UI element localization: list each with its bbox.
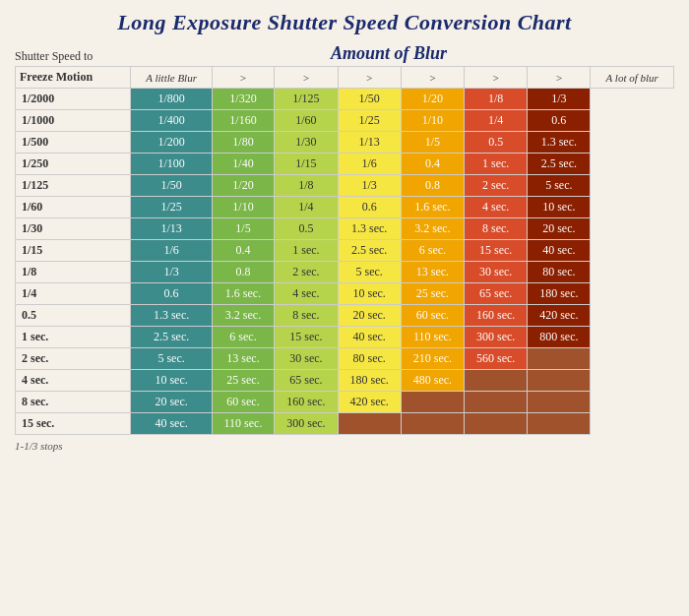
table-cell: 1.3 sec. (528, 132, 591, 154)
table-cell: 0.8 (212, 262, 275, 283)
table-cell: 1/15 (275, 154, 338, 175)
table-cell: 8 sec. (275, 305, 338, 327)
row-label: 1/1000 (16, 110, 131, 132)
table-cell: 25 sec. (401, 283, 464, 305)
table-cell: 1 sec. (275, 240, 338, 262)
table-cell: 20 sec. (338, 305, 401, 327)
table-cell: 4 sec. (465, 197, 528, 218)
table-cell: 420 sec. (528, 305, 591, 327)
table-cell: 20 sec. (528, 218, 591, 240)
table-cell: 1/4 (465, 110, 528, 132)
row-label: 4 sec. (16, 370, 131, 392)
table-cell: 0.4 (401, 154, 464, 175)
table-cell: 1/20 (212, 175, 275, 197)
table-row: 0.51.3 sec.3.2 sec.8 sec.20 sec.60 sec.1… (16, 305, 674, 327)
table-cell: 1/60 (275, 110, 338, 132)
table-cell: 40 sec. (338, 327, 401, 348)
table-cell (528, 392, 591, 413)
table-cell: 2.5 sec. (338, 240, 401, 262)
table-cell: 1.6 sec. (212, 283, 275, 305)
col-arrow-4: > (401, 67, 464, 89)
table-cell: 6 sec. (401, 240, 464, 262)
table-row: 1/151/60.41 sec.2.5 sec.6 sec.15 sec.40 … (16, 240, 674, 262)
table-cell (528, 348, 591, 370)
table-cell: 1/6 (338, 154, 401, 175)
table-cell: 15 sec. (465, 240, 528, 262)
table-cell: 1/125 (275, 89, 338, 110)
table-cell: 1/8 (275, 175, 338, 197)
table-row: 1/2501/1001/401/151/60.41 sec.2.5 sec. (16, 154, 674, 175)
table-row: 15 sec.40 sec.110 sec.300 sec. (16, 413, 674, 435)
table-cell: 0.5 (275, 218, 338, 240)
table-cell: 65 sec. (465, 283, 528, 305)
table-cell: 8 sec. (465, 218, 528, 240)
table-cell: 1/13 (131, 218, 212, 240)
table-cell: 60 sec. (401, 305, 464, 327)
table-cell: 1/25 (338, 110, 401, 132)
page-title: Long Exposure Shutter Speed Conversion C… (15, 10, 674, 35)
conversion-table: Freeze Motion A little Blur > > > > > > … (15, 66, 674, 435)
table-cell: 25 sec. (212, 370, 275, 392)
table-cell: 1/13 (338, 132, 401, 154)
table-cell: 800 sec. (528, 327, 591, 348)
table-cell: 110 sec. (212, 413, 275, 435)
table-cell: 1/5 (401, 132, 464, 154)
table-cell: 420 sec. (338, 392, 401, 413)
table-cell: 1.3 sec. (131, 305, 212, 327)
row-label: 2 sec. (16, 348, 131, 370)
table-cell: 2.5 sec. (131, 327, 212, 348)
table-cell: 160 sec. (275, 392, 338, 413)
table-cell: 5 sec. (131, 348, 212, 370)
table-cell: 20 sec. (131, 392, 212, 413)
table-cell (465, 392, 528, 413)
table-cell: 560 sec. (465, 348, 528, 370)
table-cell: 110 sec. (401, 327, 464, 348)
col-arrow-5: > (465, 67, 528, 89)
shutter-speed-label: Shutter Speed to (15, 49, 103, 64)
table-cell: 10 sec. (131, 370, 212, 392)
table-cell: 1/100 (131, 154, 212, 175)
table-row: 2 sec.5 sec.13 sec.30 sec.80 sec.210 sec… (16, 348, 674, 370)
table-cell: 1/4 (275, 197, 338, 218)
table-cell: 65 sec. (275, 370, 338, 392)
table-row: 8 sec.20 sec.60 sec.160 sec.420 sec. (16, 392, 674, 413)
table-row: 4 sec.10 sec.25 sec.65 sec.180 sec.480 s… (16, 370, 674, 392)
table-cell: 10 sec. (338, 283, 401, 305)
row-label: 1/60 (16, 197, 131, 218)
table-cell: 1.3 sec. (338, 218, 401, 240)
table-cell: 0.5 (465, 132, 528, 154)
table-cell: 1/50 (131, 175, 212, 197)
row-label: 15 sec. (16, 413, 131, 435)
col-arrow-2: > (275, 67, 338, 89)
table-cell: 15 sec. (275, 327, 338, 348)
table-cell: 5 sec. (338, 262, 401, 283)
row-label: 1/4 (16, 283, 131, 305)
table-cell: 1/10 (212, 197, 275, 218)
table-cell: 1/80 (212, 132, 275, 154)
table-cell: 40 sec. (131, 413, 212, 435)
table-cell: 1/50 (338, 89, 401, 110)
table-cell: 0.6 (131, 283, 212, 305)
amount-blur-label: Amount of Blur (103, 43, 674, 64)
col-header-freeze: Freeze Motion (16, 67, 131, 89)
table-cell: 2.5 sec. (528, 154, 591, 175)
row-label: 0.5 (16, 305, 131, 327)
table-cell (401, 392, 464, 413)
table-cell: 4 sec. (275, 283, 338, 305)
table-row: 1/301/131/50.51.3 sec.3.2 sec.8 sec.20 s… (16, 218, 674, 240)
table-cell (465, 413, 528, 435)
table-cell: 3.2 sec. (212, 305, 275, 327)
table-cell: 1/3 (131, 262, 212, 283)
table-cell: 1/200 (131, 132, 212, 154)
table-cell: 30 sec. (465, 262, 528, 283)
table-cell: 1/30 (275, 132, 338, 154)
table-cell (528, 370, 591, 392)
table-cell: 1/320 (212, 89, 275, 110)
col-header-little-blur: A little Blur (131, 67, 212, 89)
row-label: 1/8 (16, 262, 131, 283)
table-cell: 30 sec. (275, 348, 338, 370)
table-cell: 1/160 (212, 110, 275, 132)
col-arrow-6: > (528, 67, 591, 89)
row-label: 1/125 (16, 175, 131, 197)
row-label: 1/500 (16, 132, 131, 154)
